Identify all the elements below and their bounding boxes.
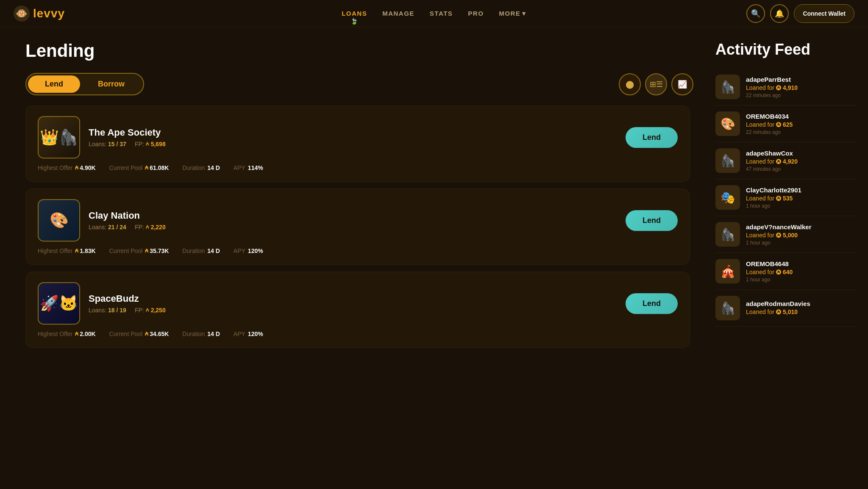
feed-action-text: Loaned for	[746, 121, 774, 128]
feed-avatar-feed-6: 🎪	[715, 259, 740, 283]
current-pool-label: Current Pool	[109, 331, 143, 337]
highest-offer-value: ₳4.90K	[75, 164, 95, 171]
ada-symbol: ₳	[776, 122, 781, 127]
ada-icon: ₳	[75, 331, 78, 337]
tabs-bar: Lend Borrow ⬤ ⊞ ☰ 📈	[25, 73, 693, 95]
content-area: Lending Lend Borrow ⬤ ⊞ ☰ 📈	[0, 27, 707, 489]
feed-avatar-feed-4: 🎭	[715, 185, 740, 210]
fp-label: FP: ₳ 5,698	[135, 141, 166, 147]
current-pool-stat: Current Pool ₳35.73K	[109, 247, 169, 254]
fp-value: 2,220	[151, 224, 166, 231]
feed-amount: 4,920	[783, 158, 798, 165]
apy-stat: APY 120%	[234, 247, 263, 254]
loans-label: Loans: 21 / 24	[89, 224, 126, 231]
chart-button[interactable]: 📈	[671, 73, 693, 95]
feed-username: OREMOB4034	[746, 113, 856, 120]
feed-amount: 5,010	[783, 308, 798, 315]
apy-value: 120%	[248, 247, 263, 254]
lending-list: 👑🦍 The Ape Society Loans: 15 / 37 FP: ₳ …	[25, 106, 693, 348]
feed-item-feed-6: 🎪 OREMOB4648 Loaned for ₳ 640 1 hour ago	[715, 253, 856, 290]
nav-link-loans[interactable]: LOANS	[342, 10, 367, 17]
feed-action: Loaned for ₳ 625	[746, 121, 856, 128]
fp-label: FP: ₳ 2,220	[135, 224, 166, 231]
loans-count: 21 / 24	[108, 224, 126, 231]
collection-name: SpaceBudz	[89, 293, 166, 304]
feed-avatar-feed-1: 🦍	[715, 75, 740, 99]
fp-value: 2,250	[151, 307, 166, 314]
nft-image-ape-society: 👑🦍	[38, 116, 80, 158]
feed-action-text: Loaned for	[746, 232, 774, 239]
duration-value: 14 D	[207, 247, 220, 254]
view-controls: ⬤ ⊞ ☰ 📈	[619, 73, 693, 95]
ada-icon: ₳	[146, 224, 149, 230]
nav-link-more[interactable]: MORE ▾	[499, 10, 526, 17]
highest-offer-stat: Highest Offer ₳4.90K	[38, 164, 96, 171]
nav-link-manage[interactable]: MANAGE	[382, 10, 415, 17]
duration-label: Duration	[182, 331, 205, 337]
filter-button[interactable]: ⬤	[619, 73, 641, 95]
logo-text: levvy	[33, 7, 65, 20]
current-pool-label: Current Pool	[109, 247, 143, 254]
grid-icon: ⊞	[650, 80, 656, 89]
activity-feed: Activity Feed 🦍 adapeParrBest Loaned for…	[707, 27, 868, 489]
connect-wallet-button[interactable]: Connect Wallet	[794, 4, 854, 23]
lend-button-clay-nation[interactable]: Lend	[626, 210, 678, 231]
feed-action: Loaned for ₳ 4,910	[746, 84, 856, 91]
logo-icon: 🐵	[16, 8, 28, 19]
apy-stat: APY 114%	[234, 164, 263, 171]
feed-username: adapeShawCox	[746, 150, 856, 157]
highest-offer-stat: Highest Offer ₳1.83K	[38, 247, 96, 254]
filter-icon: ⬤	[626, 80, 634, 89]
feed-item-feed-4: 🎭 ClayCharlotte2901 Loaned for ₳ 535 1 h…	[715, 179, 856, 216]
feed-amount: 640	[783, 269, 793, 275]
current-pool-label: Current Pool	[109, 164, 143, 171]
nav-link-pro[interactable]: PRO	[468, 10, 484, 17]
feed-avatar-icon: 🦍	[721, 154, 735, 168]
lend-tab[interactable]: Lend	[28, 75, 80, 93]
card-info-ape-society: The Ape Society Loans: 15 / 37 FP: ₳ 5,6…	[89, 127, 166, 147]
feed-time: 22 minutes ago	[746, 92, 856, 98]
lending-card-ape-society: 👑🦍 The Ape Society Loans: 15 / 37 FP: ₳ …	[25, 106, 690, 182]
nft-image-spacebudz: 🚀🐱	[38, 282, 80, 325]
feed-avatar-icon: 🎨	[721, 117, 735, 131]
feed-avatar-icon: 🦍	[721, 301, 735, 315]
feed-username: OREMOB4648	[746, 260, 856, 267]
feed-action-text: Loaned for	[746, 308, 774, 315]
ada-icon: ₳	[75, 165, 78, 171]
feed-action-text: Loaned for	[746, 269, 774, 275]
highest-offer-label: Highest Offer	[38, 331, 72, 337]
feed-time: 1 hour ago	[746, 240, 856, 246]
current-pool-value: ₳61.08K	[145, 164, 169, 171]
feed-amount: 5,000	[783, 232, 798, 239]
apy-label: APY	[234, 247, 245, 254]
feed-time: 47 minutes ago	[746, 166, 856, 172]
logo[interactable]: 🐵 levvy	[14, 6, 65, 22]
duration-stat: Duration 14 D	[182, 164, 220, 171]
collection-name: Clay Nation	[89, 210, 166, 221]
search-button[interactable]: 🔍	[746, 4, 765, 23]
ada-symbol: ₳	[776, 233, 781, 238]
apy-label: APY	[234, 164, 245, 171]
duration-stat: Duration 14 D	[182, 247, 220, 254]
feed-username: ClayCharlotte2901	[746, 186, 856, 194]
lending-card-spacebudz: 🚀🐱 SpaceBudz Loans: 18 / 19 FP: ₳ 2,250 …	[25, 272, 690, 348]
loans-label: Loans: 18 / 19	[89, 307, 126, 314]
highest-offer-value: ₳1.83K	[75, 247, 95, 254]
lend-button-spacebudz[interactable]: Lend	[626, 293, 678, 314]
feed-avatar-feed-3: 🦍	[715, 148, 740, 173]
feed-amount: 625	[783, 121, 793, 128]
duration-value: 14 D	[207, 164, 220, 171]
feed-info-feed-3: adapeShawCox Loaned for ₳ 4,920 47 minut…	[746, 150, 856, 172]
feed-amount: 4,910	[783, 84, 798, 91]
notification-button[interactable]: 🔔	[770, 4, 789, 23]
current-pool-value: ₳34.65K	[145, 331, 169, 337]
nav-link-stats[interactable]: STATS	[430, 10, 453, 17]
search-icon: 🔍	[751, 9, 760, 18]
feed-username: adapeV?nanceWalker	[746, 223, 856, 231]
borrow-tab[interactable]: Borrow	[81, 75, 142, 93]
feed-item-feed-7: 🦍 adapeRodmanDavies Loaned for ₳ 5,010	[715, 290, 856, 327]
grid-view-button[interactable]: ⊞ ☰	[645, 73, 667, 95]
lend-button-ape-society[interactable]: Lend	[626, 127, 678, 148]
feed-amount: 535	[783, 195, 793, 202]
highest-offer-stat: Highest Offer ₳2.00K	[38, 331, 96, 337]
